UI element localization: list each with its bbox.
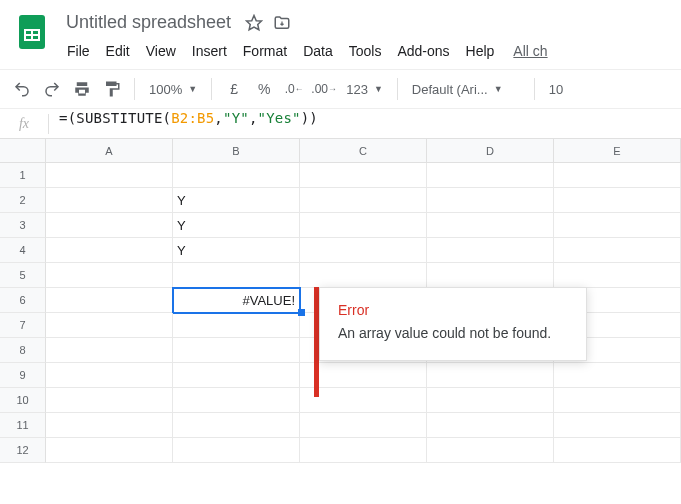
cell-C4[interactable] — [300, 238, 427, 263]
col-header[interactable]: D — [427, 139, 554, 163]
menu-data[interactable]: Data — [296, 39, 340, 63]
cell-B12[interactable] — [173, 438, 300, 463]
menu-view[interactable]: View — [139, 39, 183, 63]
cell-E9[interactable] — [554, 363, 681, 388]
menu-addons[interactable]: Add-ons — [390, 39, 456, 63]
row-header[interactable]: 7 — [0, 313, 46, 338]
cell-D11[interactable] — [427, 413, 554, 438]
cell-D9[interactable] — [427, 363, 554, 388]
cell-B1[interactable] — [173, 163, 300, 188]
row-header[interactable]: 10 — [0, 388, 46, 413]
cell-B11[interactable] — [173, 413, 300, 438]
print-button[interactable] — [68, 75, 96, 103]
cell-B8[interactable] — [173, 338, 300, 363]
cell-B2[interactable]: Y — [173, 188, 300, 213]
cell-B10[interactable] — [173, 388, 300, 413]
error-tooltip-body: An array value could not be found. — [338, 324, 568, 344]
formula-bar[interactable]: =(SUBSTITUTE(B2:B5,"Y","Yes")) — [49, 110, 681, 138]
cell-B9[interactable] — [173, 363, 300, 388]
cell-A6[interactable] — [46, 288, 173, 313]
percent-button[interactable]: % — [250, 75, 278, 103]
cell-C5[interactable] — [300, 263, 427, 288]
cell-E4[interactable] — [554, 238, 681, 263]
cell-C11[interactable] — [300, 413, 427, 438]
error-tooltip-title: Error — [338, 302, 568, 318]
doc-title[interactable]: Untitled spreadsheet — [62, 10, 235, 35]
cell-A3[interactable] — [46, 213, 173, 238]
row-header[interactable]: 2 — [0, 188, 46, 213]
font-combo[interactable]: Default (Ari...▼ — [406, 75, 526, 103]
col-header[interactable]: C — [300, 139, 427, 163]
cell-A1[interactable] — [46, 163, 173, 188]
increase-decimal-button[interactable]: .00→ — [310, 75, 338, 103]
cell-B4[interactable]: Y — [173, 238, 300, 263]
cell-D12[interactable] — [427, 438, 554, 463]
cell-grid: Y Y Y #VALUE! Error An array value could… — [46, 163, 681, 463]
zoom-combo[interactable]: 100%▼ — [143, 75, 203, 103]
col-header[interactable]: E — [554, 139, 681, 163]
col-header[interactable]: A — [46, 139, 173, 163]
cell-C1[interactable] — [300, 163, 427, 188]
cell-A2[interactable] — [46, 188, 173, 213]
row-header[interactable]: 6 — [0, 288, 46, 313]
row-header[interactable]: 1 — [0, 163, 46, 188]
cell-E3[interactable] — [554, 213, 681, 238]
redo-button[interactable] — [38, 75, 66, 103]
cell-A9[interactable] — [46, 363, 173, 388]
cell-D10[interactable] — [427, 388, 554, 413]
star-icon[interactable] — [245, 14, 263, 32]
row-header[interactable]: 12 — [0, 438, 46, 463]
cell-D4[interactable] — [427, 238, 554, 263]
select-all-corner[interactable] — [0, 139, 46, 163]
cell-E12[interactable] — [554, 438, 681, 463]
font-size-combo[interactable]: 10 — [543, 75, 569, 103]
cell-D2[interactable] — [427, 188, 554, 213]
cell-E5[interactable] — [554, 263, 681, 288]
cell-C9[interactable] — [300, 363, 427, 388]
cell-C10[interactable] — [300, 388, 427, 413]
cell-D3[interactable] — [427, 213, 554, 238]
row-header[interactable]: 11 — [0, 413, 46, 438]
cell-C2[interactable] — [300, 188, 427, 213]
menu-overflow[interactable]: All ch — [503, 39, 554, 63]
decrease-decimal-button[interactable]: .0← — [280, 75, 308, 103]
cell-C3[interactable] — [300, 213, 427, 238]
cell-E11[interactable] — [554, 413, 681, 438]
menu-help[interactable]: Help — [459, 39, 502, 63]
menu-format[interactable]: Format — [236, 39, 294, 63]
cell-A8[interactable] — [46, 338, 173, 363]
menu-insert[interactable]: Insert — [185, 39, 234, 63]
cell-A5[interactable] — [46, 263, 173, 288]
row-header[interactable]: 5 — [0, 263, 46, 288]
col-header[interactable]: B — [173, 139, 300, 163]
menu-edit[interactable]: Edit — [99, 39, 137, 63]
cell-D1[interactable] — [427, 163, 554, 188]
menu-file[interactable]: File — [60, 39, 97, 63]
cell-A10[interactable] — [46, 388, 173, 413]
cell-B3[interactable]: Y — [173, 213, 300, 238]
cell-C12[interactable] — [300, 438, 427, 463]
currency-button[interactable]: £ — [220, 75, 248, 103]
cell-E10[interactable] — [554, 388, 681, 413]
sheets-logo[interactable] — [12, 12, 52, 52]
cell-E2[interactable] — [554, 188, 681, 213]
paint-format-button[interactable] — [98, 75, 126, 103]
number-format-combo[interactable]: 123▼ — [340, 75, 389, 103]
cell-A12[interactable] — [46, 438, 173, 463]
move-folder-icon[interactable] — [273, 14, 291, 32]
cell-A11[interactable] — [46, 413, 173, 438]
selection-fill-handle[interactable] — [298, 309, 305, 316]
row-header[interactable]: 4 — [0, 238, 46, 263]
row-header[interactable]: 8 — [0, 338, 46, 363]
undo-button[interactable] — [8, 75, 36, 103]
menu-tools[interactable]: Tools — [342, 39, 389, 63]
cell-B5[interactable] — [173, 263, 300, 288]
row-header[interactable]: 9 — [0, 363, 46, 388]
cell-D5[interactable] — [427, 263, 554, 288]
cell-B6[interactable]: #VALUE! — [173, 288, 300, 313]
cell-A7[interactable] — [46, 313, 173, 338]
cell-B7[interactable] — [173, 313, 300, 338]
cell-E1[interactable] — [554, 163, 681, 188]
row-header[interactable]: 3 — [0, 213, 46, 238]
cell-A4[interactable] — [46, 238, 173, 263]
